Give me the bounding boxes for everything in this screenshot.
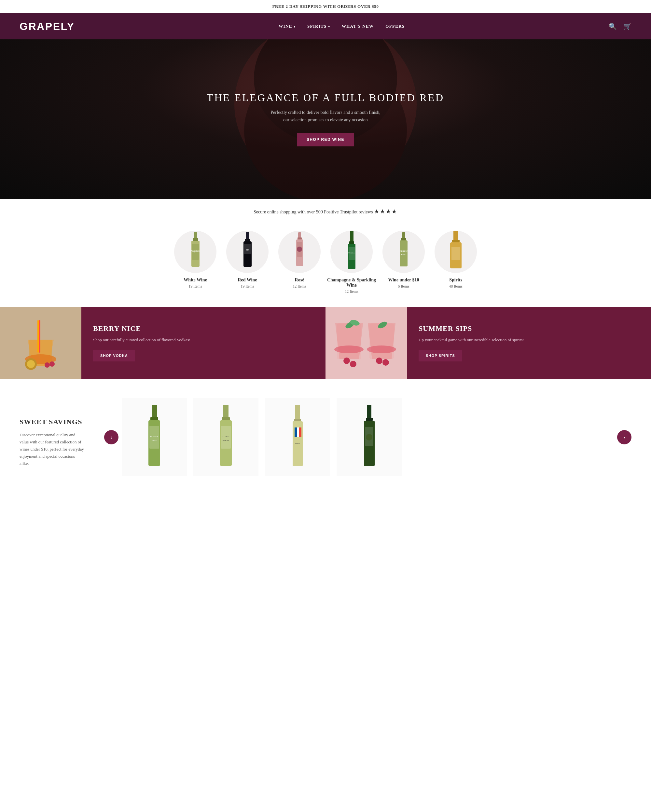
chevron-down-icon: ▾ [328,25,330,28]
svg-rect-55 [152,405,157,418]
svg-point-47 [367,345,396,353]
svg-rect-3 [194,232,197,239]
cloud-break-bottle: CLOUD BREAK [216,405,236,470]
category-red-wine[interactable]: ED Red Wine 19 Items [222,230,274,294]
la-petit-bottle: La Petit [289,405,307,470]
svg-text:BISHOP: BISHOP [150,435,159,438]
svg-marker-43 [335,324,363,359]
svg-rect-61 [223,405,229,418]
category-red-wine-image: ED [226,230,269,273]
carousel-items: BISHOP PINE CLOUD BREAK [118,392,617,483]
announcement-text: FREE 2 DAY SHIPPING WITH ORDERS OVER $50 [272,4,379,9]
white-wine-bottle: Angelina [188,232,203,271]
green-bottle [360,405,378,470]
svg-point-39 [49,362,55,366]
budget-wine-bottle: BISHOP PINE [397,232,410,271]
svg-rect-9 [245,239,250,241]
product-card-cloud-break[interactable]: CLOUD BREAK [193,398,258,476]
hero-cta-button[interactable]: SHOP RED WINE [297,133,354,147]
promo-summer-sips-desc: Up your cocktail game with our incredibl… [419,337,639,343]
svg-point-38 [44,362,50,368]
promo-summer-sips-button[interactable]: SHOP SPIRITS [419,350,462,362]
svg-point-44 [334,345,364,353]
svg-rect-71 [297,427,299,437]
promo-berry-nice-image [0,307,81,379]
promo-section: BERRY NICE Shop our carefully curated co… [0,307,651,379]
category-spirits-image [434,230,477,273]
category-white-wine-image: Angelina [174,230,217,273]
promo-berry-nice-text: BERRY NICE Shop our carefully curated co… [81,307,326,379]
cart-icon[interactable]: 🛒 [623,23,631,30]
svg-rect-14 [298,238,302,240]
carousel-prev-button[interactable]: ‹ [104,430,118,444]
svg-text:PINE: PINE [401,253,406,256]
svg-rect-23 [402,232,405,239]
bishop-pine-bottle: BISHOP PINE [145,405,164,470]
svg-point-51 [382,359,389,366]
category-rose-count: 12 Items [293,284,306,289]
header-icons: 🔍 🛒 [609,23,631,30]
category-wine-under-10-name: Wine under $10 [388,278,419,283]
svg-text:ST.GALL: ST.GALL [348,252,355,254]
svg-text:ED: ED [246,249,249,251]
svg-rect-18 [350,230,353,242]
svg-rect-40 [39,320,40,353]
svg-rect-67 [295,405,300,419]
logo[interactable]: GRAPELY [20,20,75,32]
hero-title: THE ELEGANCE OF A FULL BODIED RED [207,92,444,104]
sweet-savings-desc: Discover exceptional quality and value w… [20,431,85,467]
svg-marker-46 [368,324,396,359]
svg-point-50 [376,357,382,364]
champagne-bottle: ST.GALL [344,230,359,273]
svg-text:CLOUD: CLOUD [223,436,229,438]
svg-rect-24 [401,238,406,240]
category-white-wine-count: 19 Items [188,284,202,289]
carousel-next-button[interactable]: › [617,430,631,444]
svg-rect-56 [150,417,158,420]
nav-offers[interactable]: OFFERS [385,24,405,29]
category-red-wine-count: 19 Items [240,284,254,289]
svg-rect-28 [454,230,458,240]
promo-summer-sips: SUMMER SIPS Up your cocktail game with o… [326,307,651,379]
main-nav: WINE ▾ SPIRITS ▾ WHAT'S NEW OFFERS [279,24,405,29]
category-spirits-count: 48 Items [449,284,463,289]
sweet-savings-carousel: ‹ BISHOP PINE [104,392,631,483]
svg-rect-8 [246,232,249,240]
header: GRAPELY WINE ▾ SPIRITS ▾ WHAT'S NEW OFFE… [0,13,651,40]
spirits-bottle [447,230,465,273]
rose-bottle [292,232,307,271]
svg-point-17 [297,247,302,252]
category-wine-under-10[interactable]: BISHOP PINE Wine under $10 6 Items [377,230,429,294]
category-rose-image [278,230,321,273]
svg-rect-41 [37,320,39,353]
nav-spirits[interactable]: SPIRITS ▾ [307,24,330,29]
red-wine-bottle: ED [240,232,255,271]
product-card-green[interactable] [336,398,402,476]
trust-bar: Secure online shopping with over 500 Pos… [0,199,651,224]
promo-berry-nice: BERRY NICE Shop our carefully curated co… [0,307,326,379]
nav-wine[interactable]: WINE ▾ [279,24,296,29]
hero-content: THE ELEGANCE OF A FULL BODIED RED Perfec… [207,92,444,147]
hero-section: THE ELEGANCE OF A FULL BODIED RED Perfec… [0,40,651,199]
category-rose[interactable]: Rosé 12 Items [274,230,326,294]
svg-text:BREAK: BREAK [223,440,229,441]
svg-text:La Petit: La Petit [295,443,300,444]
search-icon[interactable]: 🔍 [609,23,617,30]
category-white-wine[interactable]: Angelina White Wine 19 Items [169,230,222,294]
promo-berry-nice-button[interactable]: SHOP VODKA [93,350,135,362]
svg-text:PINE: PINE [152,439,157,442]
cocktail-pink-svg [330,307,402,379]
nav-whats-new[interactable]: WHAT'S NEW [342,24,374,29]
svg-rect-4 [193,238,198,241]
trust-stars: ★★★★ [374,208,397,215]
svg-rect-31 [451,247,460,260]
svg-rect-62 [222,417,230,420]
product-card-bishop-pine[interactable]: BISHOP PINE [122,398,187,476]
category-rose-name: Rosé [295,278,304,283]
category-champagne[interactable]: ST.GALL Champagne & Sparkling Wine 12 It… [326,230,377,294]
chevron-down-icon: ▾ [293,25,296,28]
category-spirits[interactable]: Spirits 48 Items [429,230,482,294]
svg-rect-72 [299,427,301,437]
product-card-la-petit[interactable]: La Petit [265,398,330,476]
svg-rect-74 [367,405,371,418]
